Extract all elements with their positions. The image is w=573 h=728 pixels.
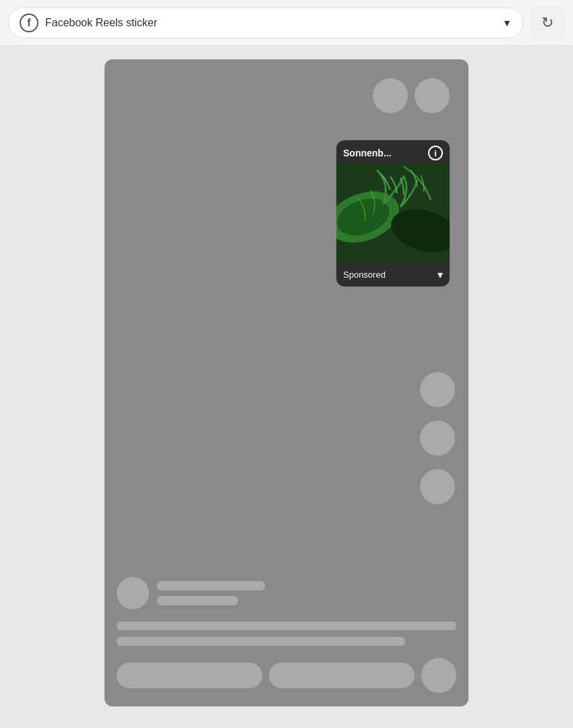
dropdown-selector[interactable]: f Facebook Reels sticker ▼ (8, 7, 523, 38)
selector-title: Facebook Reels sticker (45, 17, 495, 29)
user-avatar (117, 577, 149, 609)
chevron-down-icon: ▼ (502, 18, 512, 28)
top-right-avatars (373, 78, 450, 113)
facebook-icon: f (20, 13, 38, 32)
content-line-1 (117, 621, 456, 630)
user-subtitle-placeholder (157, 596, 238, 605)
content-line-2 (117, 637, 405, 646)
action-button-1[interactable] (117, 663, 262, 688)
avatar-circle-2 (415, 78, 450, 113)
ad-product-image (336, 163, 450, 263)
right-action-buttons (420, 372, 455, 504)
phone-mockup: Sonnenb... i (104, 59, 469, 706)
top-bar: f Facebook Reels sticker ▼ ↻ (0, 0, 573, 46)
ad-sticker-footer: Sponsored ▾ (336, 263, 450, 286)
bottom-content-section (104, 566, 469, 706)
action-circle-1[interactable] (420, 372, 455, 407)
bottom-action-row (117, 658, 456, 693)
action-circle-3[interactable] (420, 469, 455, 504)
ad-sticker-header: Sonnenb... i (336, 140, 450, 163)
action-button-3[interactable] (421, 658, 456, 693)
refresh-icon: ↻ (541, 14, 553, 32)
ad-sticker-card[interactable]: Sonnenb... i (336, 140, 450, 286)
user-info-row (117, 577, 456, 609)
content-text-lines (117, 621, 456, 646)
user-text-lines (157, 581, 265, 605)
action-button-2[interactable] (269, 663, 415, 688)
sponsored-label: Sponsored (343, 270, 386, 280)
action-circle-2[interactable] (420, 421, 455, 456)
info-icon[interactable]: i (428, 146, 443, 160)
preview-container: Sonnenb... i (0, 46, 573, 720)
avatar-circle-1 (373, 78, 408, 113)
ad-brand-name: Sonnenb... (343, 148, 392, 158)
expand-chevron-icon: ▾ (438, 268, 443, 281)
username-placeholder (157, 581, 265, 590)
refresh-button[interactable]: ↻ (530, 5, 565, 40)
